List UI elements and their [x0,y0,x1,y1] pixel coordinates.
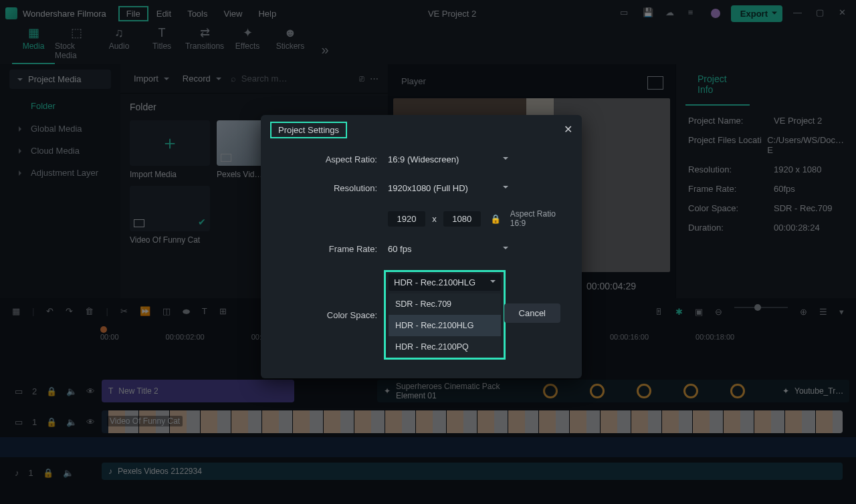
mask-icon[interactable]: ⬬ [183,306,190,317]
aspect-ratio-dropdown[interactable]: 16:9 (Widescreen) [388,152,508,167]
delete-icon[interactable]: 🗑 [85,306,94,317]
tab-transitions[interactable]: ⇄Transitions [183,25,226,64]
menu-tools[interactable]: Tools [179,9,215,19]
project-info-heading: Project Info [685,64,750,106]
menu-lines-icon[interactable]: ≡ [688,7,700,19]
clip-marker-icon [134,219,144,227]
view-options-icon[interactable]: ▾ [839,307,844,317]
tab-stickers[interactable]: ☻Stickers [269,25,312,64]
cut-icon[interactable]: ✂ [120,306,128,317]
dimension-x: x [432,214,437,224]
crop-icon[interactable]: ◫ [163,306,171,317]
track-audio-1: ♪1🔒🔈 ♪Pexels Videos 2122934 [0,457,856,488]
resolution-dropdown[interactable]: 1920x1080 (Full HD) [388,180,508,196]
menu-view[interactable]: View [215,9,250,19]
window-close-icon[interactable]: ✕ [839,7,851,19]
audio-clip-icon: ♪ [108,467,112,476]
redo-icon[interactable]: ↷ [66,306,73,317]
dialog-close-icon[interactable]: ✕ [564,123,572,136]
tree-adjustment-layer[interactable]: Adjustment Layer [0,162,120,184]
export-button[interactable]: Export [731,5,782,22]
info-colorspace-value: SDR - Rec.709 [774,203,832,213]
mute-icon[interactable]: 🔈 [66,386,77,396]
more-icon[interactable]: ⋯ [370,74,379,84]
mixer-icon[interactable]: 🎚 [655,307,663,317]
menu-edit[interactable]: Edit [148,9,179,19]
snapshot-icon[interactable] [647,76,663,90]
project-media-dropdown[interactable]: Project Media [9,70,111,89]
lock-icon[interactable]: 🔒 [43,468,54,478]
lock-icon[interactable]: 🔒 [46,386,57,396]
tabs-overflow-icon[interactable]: » [312,42,338,64]
clip-video[interactable]: Video Of Funny Cat [102,410,843,433]
tree-global-media[interactable]: Global Media [0,118,120,140]
transform-icon[interactable]: ⊞ [219,306,227,317]
info-name-label: Project Name: [688,116,774,126]
mute-icon[interactable]: 🔈 [66,417,77,427]
marker-tool-icon[interactable]: ✱ [675,307,683,317]
menu-file[interactable]: File [118,6,148,21]
view-list-icon[interactable]: ☰ [819,307,827,317]
menu-help[interactable]: Help [250,9,284,19]
import-dropdown[interactable]: Import [130,71,173,86]
clip-youtube[interactable]: ✦Youtube_Tr… [776,380,849,402]
track-video-1-audio [0,437,856,457]
track-type-icon: ▭ [15,417,23,427]
color-space-option-pq[interactable]: HDR - Rec.2100PQ [389,336,501,358]
playhead-icon[interactable] [100,326,107,333]
clip-title[interactable]: TNew Title 2 [102,380,294,402]
zoom-slider[interactable] [734,307,788,308]
tab-stock-media[interactable]: ⬚Stock Media [55,25,98,64]
clip-fx[interactable]: ✦Superheroes Cinematic Pack Element 01 [377,380,845,402]
text-icon[interactable]: T [202,306,207,317]
color-space-dropdown[interactable]: HDR - Rec.2100HLG [389,274,501,291]
app-title: Wondershare Filmora [23,9,106,19]
height-input[interactable]: 1080 [443,211,481,227]
lock-aspect-icon[interactable]: 🔒 [490,214,501,224]
tab-effects[interactable]: ✦Effects [226,25,269,64]
cloud-icon[interactable]: ☁ [665,7,677,19]
chevron-down-icon [164,78,169,83]
width-input[interactable]: 1920 [388,211,425,227]
window-minimize-icon[interactable]: — [793,7,805,19]
zoom-in-icon[interactable]: ⊕ [800,307,807,317]
dialog-title: Project Settings [270,122,347,138]
titles-icon: T [158,25,166,40]
eye-icon[interactable]: 👁 [86,386,95,396]
fx-clip-icon: ✦ [782,386,789,396]
render-icon[interactable]: ▣ [695,307,703,317]
save-icon[interactable]: 💾 [643,7,655,19]
record-dropdown[interactable]: Record [179,71,225,86]
audio-icon: ♫ [114,25,124,40]
folder-selected[interactable]: Folder [0,94,120,118]
zoom-out-icon[interactable]: ⊖ [715,307,722,317]
search-input[interactable]: ⌕Search m… [231,74,354,84]
layout-icon[interactable]: ▭ [620,7,632,19]
stock-icon: ⬚ [71,25,82,40]
eye-icon[interactable]: 👁 [86,417,95,427]
player-heading: Player [388,64,675,98]
color-space-option-hlg[interactable]: HDR - Rec.2100HLG [389,315,501,336]
tab-titles[interactable]: TTitles [140,25,183,64]
mute-icon[interactable]: 🔈 [63,468,74,478]
speed-icon[interactable]: ⏩ [140,306,150,317]
color-space-option-sdr[interactable]: SDR - Rec.709 [389,293,501,315]
tab-media[interactable]: ▦Media [12,25,55,64]
frame-rate-label: Frame Rate: [261,244,388,254]
lock-icon[interactable]: 🔒 [46,417,57,427]
clip-audio[interactable]: ♪Pexels Videos 2122934 [102,463,843,480]
cancel-button[interactable]: Cancel [504,303,560,323]
window-maximize-icon[interactable]: ▢ [816,7,828,19]
frame-rate-dropdown[interactable]: 60 fps [388,241,508,257]
account-dot-icon[interactable] [711,9,720,18]
media-thumb-cat[interactable]: ✔ Video Of Funny Cat [130,186,210,245]
search-icon: ⌕ [231,74,236,84]
filter-icon[interactable]: ⎚ [359,74,364,84]
tab-audio[interactable]: ♫Audio [98,25,140,64]
chevron-down-icon [17,78,23,84]
tree-cloud-media[interactable]: Cloud Media [0,140,120,162]
undo-icon[interactable]: ↶ [46,306,54,317]
tl-apps-icon[interactable]: ▦ [12,306,20,317]
import-media-tile[interactable]: ＋ Import Media [130,120,210,179]
project-media-label: Project Media [28,74,81,84]
